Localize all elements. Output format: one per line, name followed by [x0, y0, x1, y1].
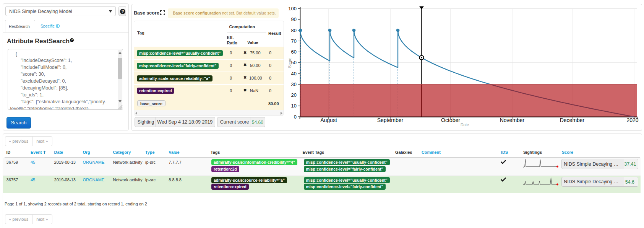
- svg-text:November: November: [500, 117, 525, 123]
- svg-text:70: 70: [291, 38, 297, 44]
- svg-text:80: 80: [291, 28, 297, 33]
- svg-text:20: 20: [291, 92, 297, 98]
- svg-text:Date: Date: [461, 122, 469, 127]
- svg-text:40: 40: [291, 71, 297, 77]
- svg-text:August: August: [320, 117, 337, 123]
- svg-text:September: September: [377, 117, 404, 123]
- svg-text:Score: Score: [287, 57, 292, 68]
- svg-text:90: 90: [291, 16, 297, 22]
- svg-text:2020: 2020: [626, 117, 638, 123]
- svg-text:December: December: [560, 117, 585, 123]
- svg-text:0: 0: [294, 114, 297, 120]
- svg-text:60: 60: [291, 49, 297, 55]
- svg-text:100: 100: [288, 6, 297, 11]
- svg-text:30: 30: [291, 81, 297, 87]
- svg-text:October: October: [441, 117, 460, 123]
- svg-text:10: 10: [291, 103, 297, 109]
